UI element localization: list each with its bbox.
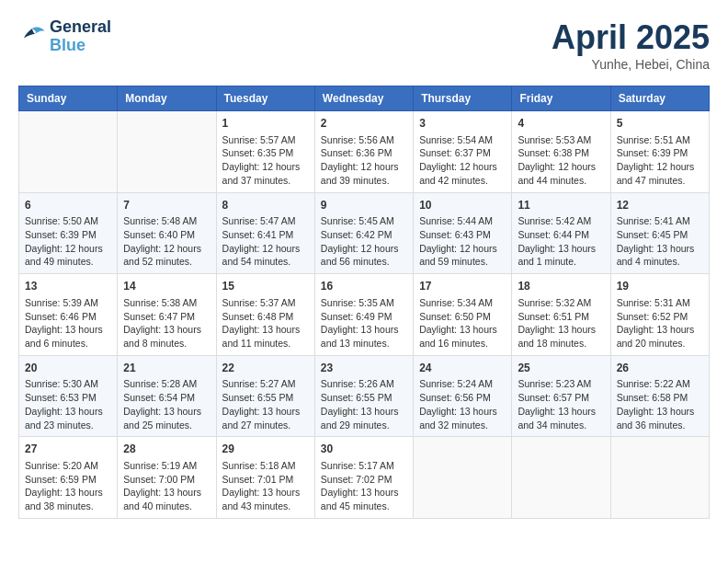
day-info-line: Daylight: 13 hours and 6 minutes.	[25, 323, 111, 350]
calendar-cell: 12Sunrise: 5:41 AMSunset: 6:45 PMDayligh…	[610, 192, 709, 274]
day-info-line: Daylight: 13 hours and 43 minutes.	[222, 486, 309, 512]
page-header: GeneralBlue April 2025 Yunhe, Hebei, Chi…	[18, 18, 710, 72]
calendar-week-row: 6Sunrise: 5:50 AMSunset: 6:39 PMDaylight…	[19, 192, 710, 274]
day-info-line: Sunset: 6:44 PM	[518, 228, 604, 242]
header-day: Wednesday	[314, 86, 413, 111]
calendar-cell: 20Sunrise: 5:30 AMSunset: 6:53 PMDayligh…	[19, 355, 118, 437]
header-day: Sunday	[19, 86, 118, 111]
day-info-line: Sunset: 6:42 PM	[321, 228, 407, 242]
calendar-cell: 15Sunrise: 5:37 AMSunset: 6:48 PMDayligh…	[216, 274, 314, 356]
day-info-line: Sunrise: 5:20 AM	[25, 459, 111, 473]
day-number: 26	[617, 361, 703, 376]
day-info-line: Sunrise: 5:32 AM	[518, 296, 604, 310]
day-info-line: Sunset: 6:57 PM	[518, 391, 604, 405]
day-info-line: Daylight: 13 hours and 38 minutes.	[25, 486, 111, 512]
day-info-line: Daylight: 13 hours and 13 minutes.	[321, 323, 407, 350]
day-info-line: Daylight: 13 hours and 36 minutes.	[617, 405, 703, 431]
day-info-line: Daylight: 13 hours and 45 minutes.	[321, 486, 407, 512]
day-info-line: Sunrise: 5:28 AM	[123, 377, 210, 391]
calendar-cell	[19, 111, 118, 193]
day-number: 10	[419, 198, 506, 213]
day-info-line: Daylight: 13 hours and 23 minutes.	[25, 405, 111, 431]
day-info-line: Sunrise: 5:39 AM	[25, 296, 111, 310]
day-info-line: Sunrise: 5:42 AM	[518, 214, 604, 228]
calendar-cell: 23Sunrise: 5:26 AMSunset: 6:55 PMDayligh…	[314, 355, 413, 437]
header-row: SundayMondayTuesdayWednesdayThursdayFrid…	[19, 86, 710, 111]
day-number: 20	[25, 361, 111, 376]
day-info-line: Daylight: 12 hours and 47 minutes.	[617, 160, 703, 187]
day-number: 25	[518, 361, 604, 376]
calendar-cell: 11Sunrise: 5:42 AMSunset: 6:44 PMDayligh…	[512, 192, 610, 274]
day-info-line: Sunset: 6:58 PM	[617, 391, 703, 405]
header-day: Monday	[118, 86, 216, 111]
day-info-line: Daylight: 12 hours and 52 minutes.	[123, 242, 210, 269]
day-info-line: Sunset: 6:56 PM	[419, 391, 506, 405]
day-info-line: Sunrise: 5:50 AM	[25, 214, 111, 228]
day-info-line: Sunset: 6:37 PM	[419, 146, 506, 160]
calendar-cell: 13Sunrise: 5:39 AMSunset: 6:46 PMDayligh…	[19, 274, 118, 356]
day-info-line: Sunrise: 5:31 AM	[617, 296, 703, 310]
day-info-line: Sunset: 7:02 PM	[321, 473, 407, 487]
calendar-cell: 30Sunrise: 5:17 AMSunset: 7:02 PMDayligh…	[314, 437, 413, 519]
day-info-line: Sunset: 6:47 PM	[123, 310, 210, 324]
day-info-line: Daylight: 13 hours and 20 minutes.	[617, 323, 703, 350]
day-info-line: Sunset: 6:55 PM	[222, 391, 309, 405]
day-number: 28	[123, 442, 210, 457]
month-title: April 2025	[552, 18, 710, 57]
day-info-line: Sunrise: 5:17 AM	[321, 459, 407, 473]
calendar-cell	[512, 437, 610, 519]
day-number: 21	[123, 361, 210, 376]
day-info-line: Sunrise: 5:19 AM	[123, 459, 210, 473]
day-number: 1	[222, 116, 309, 132]
header-day: Friday	[512, 86, 610, 111]
day-info-line: Sunset: 6:45 PM	[617, 228, 703, 242]
day-info-line: Sunset: 6:39 PM	[617, 146, 703, 160]
day-info-line: Sunset: 6:52 PM	[617, 310, 703, 324]
calendar-cell: 26Sunrise: 5:22 AMSunset: 6:58 PMDayligh…	[610, 355, 709, 437]
day-info-line: Daylight: 13 hours and 18 minutes.	[518, 323, 604, 350]
day-info-line: Sunrise: 5:53 AM	[518, 133, 604, 147]
day-info-line: Sunset: 6:39 PM	[25, 228, 111, 242]
day-number: 14	[123, 279, 210, 294]
calendar-table: SundayMondayTuesdayWednesdayThursdayFrid…	[18, 86, 710, 519]
day-info-line: Sunrise: 5:44 AM	[419, 214, 506, 228]
day-info-line: Sunset: 6:49 PM	[321, 310, 407, 324]
day-info-line: Sunset: 6:48 PM	[222, 310, 309, 324]
day-info-line: Sunset: 6:54 PM	[123, 391, 210, 405]
calendar-week-row: 27Sunrise: 5:20 AMSunset: 6:59 PMDayligh…	[19, 437, 710, 519]
day-number: 13	[25, 279, 111, 294]
day-info-line: Sunset: 6:35 PM	[222, 146, 309, 160]
day-info-line: Sunrise: 5:24 AM	[419, 377, 506, 391]
calendar-cell	[414, 437, 512, 519]
day-number: 16	[321, 279, 407, 294]
day-info-line: Daylight: 12 hours and 42 minutes.	[419, 160, 506, 187]
calendar-cell: 21Sunrise: 5:28 AMSunset: 6:54 PMDayligh…	[118, 355, 216, 437]
day-info-line: Sunrise: 5:26 AM	[321, 377, 407, 391]
day-info-line: Sunrise: 5:23 AM	[518, 377, 604, 391]
day-number: 22	[222, 361, 309, 376]
day-number: 19	[617, 279, 703, 294]
calendar-cell: 28Sunrise: 5:19 AMSunset: 7:00 PMDayligh…	[118, 437, 216, 519]
calendar-body: 1Sunrise: 5:57 AMSunset: 6:35 PMDaylight…	[19, 111, 710, 519]
header-day: Thursday	[414, 86, 512, 111]
day-info-line: Sunset: 6:36 PM	[321, 146, 407, 160]
day-info-line: Daylight: 13 hours and 8 minutes.	[123, 323, 210, 350]
day-number: 12	[617, 198, 703, 213]
logo-text-block: GeneralBlue	[50, 18, 111, 55]
day-info-line: Sunset: 6:53 PM	[25, 391, 111, 405]
day-info-line: Sunrise: 5:38 AM	[123, 296, 210, 310]
day-info-line: Sunrise: 5:34 AM	[419, 296, 506, 310]
logo: GeneralBlue	[18, 18, 111, 55]
day-info-line: Daylight: 13 hours and 40 minutes.	[123, 486, 210, 512]
calendar-header: SundayMondayTuesdayWednesdayThursdayFrid…	[19, 86, 710, 111]
calendar-cell	[610, 437, 709, 519]
day-info-line: Daylight: 12 hours and 37 minutes.	[222, 160, 309, 187]
calendar-cell: 29Sunrise: 5:18 AMSunset: 7:01 PMDayligh…	[216, 437, 314, 519]
calendar-week-row: 13Sunrise: 5:39 AMSunset: 6:46 PMDayligh…	[19, 274, 710, 356]
day-info-line: Sunrise: 5:54 AM	[419, 133, 506, 147]
day-info-line: Sunset: 6:46 PM	[25, 310, 111, 324]
day-info-line: Sunset: 6:59 PM	[25, 473, 111, 487]
calendar-cell: 18Sunrise: 5:32 AMSunset: 6:51 PMDayligh…	[512, 274, 610, 356]
calendar-cell: 9Sunrise: 5:45 AMSunset: 6:42 PMDaylight…	[314, 192, 413, 274]
calendar-cell: 14Sunrise: 5:38 AMSunset: 6:47 PMDayligh…	[118, 274, 216, 356]
